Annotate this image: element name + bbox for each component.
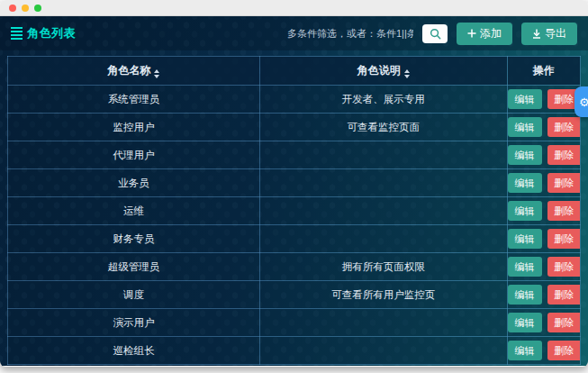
delete-button[interactable]: 删除: [547, 201, 581, 221]
table-row: 演示用户 编辑删除: [8, 309, 581, 337]
page-title: 角色列表: [11, 25, 76, 41]
close-window-button[interactable]: [9, 5, 16, 12]
edit-button[interactable]: 编辑: [508, 173, 542, 193]
page-title-text: 角色列表: [27, 25, 76, 41]
edit-button[interactable]: 编辑: [508, 341, 542, 360]
plus-icon: [467, 29, 476, 38]
role-name-cell: 业务员: [8, 169, 260, 197]
table-row: 业务员 编辑删除: [8, 169, 581, 197]
role-description-cell: [259, 225, 507, 253]
list-icon: [11, 27, 23, 40]
row-actions-cell: 编辑删除: [507, 141, 580, 169]
sort-icon[interactable]: [404, 69, 410, 78]
role-description-cell: 开发者、展示专用: [259, 86, 507, 114]
delete-button[interactable]: 删除: [547, 313, 581, 332]
table-row: 系统管理员 开发者、展示专用 编辑删除: [8, 86, 581, 114]
column-header-actions: 操作: [507, 57, 580, 86]
macos-titlebar: [0, 0, 588, 16]
table-header-row: 角色名称 角色说明 操作: [8, 57, 581, 86]
role-name-cell: 代理用户: [8, 141, 260, 169]
edit-button[interactable]: 编辑: [508, 117, 542, 137]
row-actions-cell: 编辑删除: [507, 197, 580, 225]
add-button[interactable]: 添加: [457, 23, 512, 45]
edit-button[interactable]: 编辑: [508, 89, 542, 109]
delete-button[interactable]: 删除: [547, 117, 581, 137]
row-actions-cell: 编辑删除: [507, 169, 580, 197]
delete-button[interactable]: 删除: [547, 229, 581, 249]
edit-button[interactable]: 编辑: [508, 285, 542, 305]
search-icon: [430, 28, 441, 40]
role-description-cell: 拥有所有页面权限: [259, 253, 507, 281]
column-header-role-name[interactable]: 角色名称: [8, 57, 260, 86]
roles-table: 角色名称 角色说明 操作 系统管理员 开发者、展示专用 编辑删除 监控用户: [7, 56, 581, 365]
role-description-cell: 可查看所有用户监控页: [259, 281, 507, 309]
table-row: 巡检组长 编辑删除: [8, 337, 581, 365]
role-description-cell: [259, 141, 507, 169]
row-actions-cell: 编辑删除: [507, 86, 580, 114]
column-header-role-description[interactable]: 角色说明: [259, 57, 507, 86]
role-name-cell: 调度: [8, 281, 260, 309]
export-button-label: 导出: [545, 26, 566, 41]
row-actions-cell: 编辑删除: [507, 225, 580, 253]
delete-button[interactable]: 删除: [547, 341, 581, 360]
role-name-cell: 财务专员: [8, 225, 260, 253]
delete-button[interactable]: 删除: [547, 145, 581, 165]
row-actions-cell: 编辑删除: [507, 281, 580, 309]
table-row: 财务专员 编辑删除: [8, 225, 581, 253]
delete-button[interactable]: 删除: [547, 285, 581, 305]
table-row: 运维 编辑删除: [8, 197, 581, 225]
toolbar: 角色列表 添加: [0, 16, 588, 50]
sort-icon[interactable]: [154, 69, 159, 78]
edit-button[interactable]: 编辑: [508, 201, 542, 221]
row-actions-cell: 编辑删除: [507, 253, 580, 281]
edit-button[interactable]: 编辑: [508, 257, 542, 277]
delete-button[interactable]: 删除: [547, 173, 581, 193]
settings-drawer-tab[interactable]: ⚙: [574, 86, 588, 117]
add-button-label: 添加: [480, 26, 502, 41]
role-description-cell: [259, 169, 507, 197]
role-description-cell: 可查看监控页面: [259, 114, 507, 141]
row-actions-cell: 编辑删除: [507, 309, 580, 337]
app-window: 角色列表 添加: [0, 0, 588, 367]
gear-icon: ⚙: [579, 96, 588, 109]
role-description-cell: [259, 337, 507, 365]
roles-table-wrap: 角色名称 角色说明 操作 系统管理员 开发者、展示专用 编辑删除 监控用户: [7, 56, 581, 365]
role-name-cell: 运维: [8, 197, 260, 225]
role-name-cell: 巡检组长: [8, 337, 260, 365]
download-icon: [532, 29, 541, 39]
table-row: 代理用户 编辑删除: [8, 141, 581, 169]
role-description-cell: [259, 197, 507, 225]
table-row: 监控用户 可查看监控页面 编辑删除: [8, 114, 581, 141]
minimize-window-button[interactable]: [22, 5, 29, 12]
role-name-cell: 超级管理员: [8, 253, 260, 281]
search-button[interactable]: [422, 24, 448, 43]
row-actions-cell: 编辑删除: [507, 337, 580, 365]
delete-button[interactable]: 删除: [547, 257, 581, 277]
role-name-cell: 监控用户: [8, 114, 260, 141]
zoom-window-button[interactable]: [34, 5, 41, 12]
row-actions-cell: 编辑删除: [507, 114, 580, 141]
edit-button[interactable]: 编辑: [508, 145, 542, 165]
toolbar-right-group: 添加 导出: [287, 23, 577, 45]
search-input[interactable]: [287, 28, 413, 39]
table-row: 超级管理员 拥有所有页面权限 编辑删除: [8, 253, 581, 281]
edit-button[interactable]: 编辑: [508, 313, 542, 332]
role-name-cell: 系统管理员: [8, 86, 260, 114]
role-name-cell: 演示用户: [8, 309, 260, 337]
app-body: 角色列表 添加: [0, 16, 588, 366]
edit-button[interactable]: 编辑: [508, 229, 542, 249]
table-row: 调度 可查看所有用户监控页 编辑删除: [8, 281, 581, 309]
export-button[interactable]: 导出: [521, 23, 577, 45]
role-description-cell: [259, 309, 507, 337]
